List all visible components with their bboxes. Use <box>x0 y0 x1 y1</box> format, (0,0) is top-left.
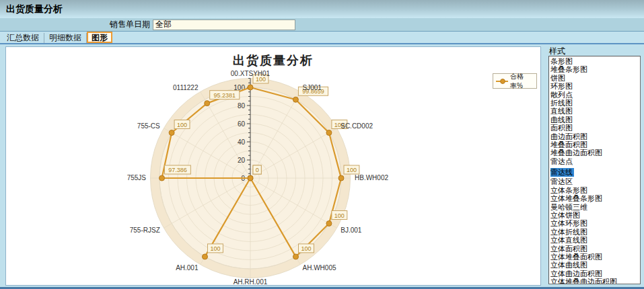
style-option[interactable]: 立体面积图 <box>550 245 640 253</box>
data-point <box>159 175 165 181</box>
style-option[interactable]: 立体饼图 <box>550 211 640 219</box>
style-option[interactable]: 直线图 <box>550 107 640 115</box>
style-option[interactable]: 环形图 <box>550 82 640 90</box>
category-label: SC.CD002 <box>341 122 373 130</box>
style-option[interactable]: 立体直线图 <box>550 236 640 244</box>
data-point <box>338 175 344 181</box>
style-option[interactable]: 曲边面积图 <box>550 132 640 140</box>
value-label: 100 <box>301 245 311 252</box>
category-label: HB.WH002 <box>355 174 388 181</box>
style-option[interactable]: 立体条形图 <box>550 186 640 194</box>
radar-chart: 02040608010010099.8659100100100100010009… <box>6 47 540 285</box>
data-point <box>293 97 298 102</box>
style-option[interactable]: 折线图 <box>550 99 640 107</box>
content-area: 02040608010010099.8659100100100100010009… <box>0 43 644 287</box>
style-option[interactable]: 堆叠条形图 <box>550 65 640 73</box>
tab-bar: 汇总数据明细数据图形 <box>0 32 644 43</box>
category-label: 00.XTSYH01 <box>231 70 271 77</box>
tab-2[interactable]: 图形 <box>87 32 112 43</box>
axis-tick-label: 40 <box>238 138 246 146</box>
app-window: 出货质量分析 销售单日期 汇总数据明细数据图形 0204060801001009… <box>0 0 644 289</box>
value-label: 100 <box>334 212 345 219</box>
chart-legend: 合格率% <box>493 73 537 89</box>
value-label: 100 <box>347 167 357 173</box>
value-label: 97.386 <box>168 167 187 173</box>
style-option[interactable]: 条形图 <box>550 57 640 65</box>
style-option[interactable]: 立体堆叠曲边面积图 <box>550 278 640 284</box>
style-option[interactable]: 立体曲边面积图 <box>550 270 640 278</box>
style-option[interactable]: 饼图 <box>550 74 640 82</box>
data-point <box>248 175 253 181</box>
sales-date-label: 销售单日期 <box>110 19 150 30</box>
style-option[interactable]: 曼哈顿三维 <box>550 203 640 211</box>
category-label: 755-RJSZ <box>130 226 160 234</box>
tab-0[interactable]: 汇总数据 <box>2 33 44 43</box>
data-point <box>203 254 208 259</box>
style-option[interactable]: 堆叠曲边面积图 <box>550 149 640 157</box>
category-label: SJ001 <box>303 84 322 91</box>
category-label: AH.001 <box>176 264 199 272</box>
style-option[interactable]: 面积图 <box>550 124 640 132</box>
style-list[interactable]: 条形图堆叠条形图饼图环形图散列点折线图直线图曲线图面积图曲边面积图堆叠面积图堆叠… <box>548 56 641 284</box>
axis-tick-label: 20 <box>238 157 246 164</box>
category-label: 755-CS <box>137 122 160 130</box>
style-panel: 样式 条形图堆叠条形图饼图环形图散列点折线图直线图曲线图面积图曲边面积图堆叠面积… <box>545 44 643 288</box>
value-label: 100 <box>177 122 187 128</box>
filter-bar: 销售单日期 <box>0 18 644 32</box>
legend-series-label: 合格率% <box>510 72 534 91</box>
page-title: 出货质量分析 <box>6 3 63 15</box>
style-option[interactable]: 立体环形图 <box>550 219 640 227</box>
value-label: 0 <box>256 167 259 173</box>
title-bar: 出货质量分析 <box>0 0 644 18</box>
tab-1[interactable]: 明细数据 <box>44 33 87 43</box>
data-point <box>326 221 332 226</box>
category-label: AH.RH.001 <box>234 278 268 285</box>
chart-title: 出货质量分析 <box>6 52 540 69</box>
category-label: AH.WH005 <box>303 264 336 272</box>
category-label: BJ.001 <box>341 226 362 234</box>
axis-tick-label: 60 <box>238 120 246 128</box>
value-label: 100 <box>210 245 220 252</box>
style-option[interactable]: 雷达线 <box>550 168 574 176</box>
data-point <box>169 130 174 136</box>
style-option[interactable]: 曲线图 <box>550 116 640 124</box>
style-option[interactable]: 雷达区 <box>550 177 640 185</box>
value-label: 95.2381 <box>213 92 236 99</box>
legend-line-marker-icon <box>496 78 508 85</box>
style-option[interactable]: 立体堆叠面积图 <box>550 253 640 261</box>
style-option[interactable]: 立体堆叠条形图 <box>550 194 640 202</box>
sales-date-input[interactable] <box>153 19 295 30</box>
style-option[interactable]: 立体折线图 <box>550 228 640 236</box>
category-label: 755JS <box>127 174 147 181</box>
axis-tick-label: 80 <box>238 102 246 110</box>
data-point <box>205 101 210 106</box>
data-point <box>293 254 299 259</box>
data-point <box>248 85 253 90</box>
category-label: 0111222 <box>173 84 199 91</box>
style-option[interactable]: 散列点 <box>550 91 640 99</box>
style-option[interactable]: 堆叠面积图 <box>550 140 640 149</box>
chart-panel: 02040608010010099.8659100100100100010009… <box>5 46 541 286</box>
data-point <box>326 130 332 136</box>
style-option[interactable]: 立体曲线图 <box>550 261 640 269</box>
style-option[interactable]: 雷达点 <box>550 157 640 165</box>
